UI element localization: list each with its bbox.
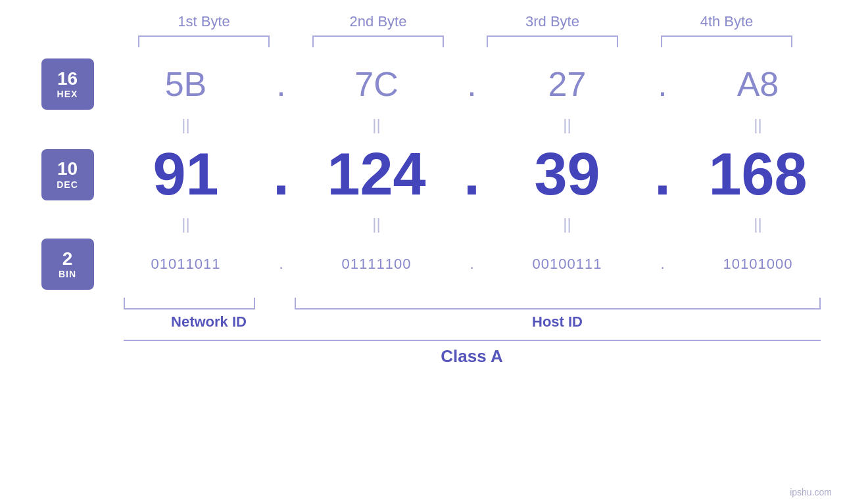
bin-row: 2 BIN 01011011 . 01111100 . 00100111 . 1… <box>25 233 834 295</box>
eq-row-1: || || || || <box>25 116 834 134</box>
eq-row-2: || || || || <box>25 215 834 233</box>
dot-dec-1: . <box>262 141 301 208</box>
dot-bin-2: . <box>452 256 492 273</box>
bin-value-3: 00100111 <box>492 244 643 285</box>
bracket-top-3 <box>487 35 618 47</box>
dec-row: 10 DEC 91 . 124 . 39 . 168 <box>25 134 834 215</box>
eq-1-3: || <box>492 116 643 134</box>
hex-row: 16 HEX 5B . 7C . 27 . A8 <box>25 53 834 116</box>
bin-value-4: 10101000 <box>683 244 834 285</box>
byte-header-1: 1st Byte <box>128 13 279 30</box>
bracket-bot-network <box>124 298 255 309</box>
bracket-bot-host <box>295 298 821 309</box>
bracket-top-4 <box>661 35 792 47</box>
top-brackets <box>117 35 814 47</box>
class-section: Class A <box>124 340 821 372</box>
hex-base-label: 16 HEX <box>41 58 94 110</box>
bracket-gap <box>255 298 295 309</box>
eq-2-1: || <box>110 215 262 233</box>
bracket-top-2 <box>312 35 444 47</box>
dot-hex-1: . <box>262 64 301 104</box>
byte-header-4: 4th Byte <box>651 13 802 30</box>
dec-value-1: 91 <box>110 134 262 215</box>
byte-headers-row: 1st Byte 2nd Byte 3rd Byte 4th Byte <box>117 13 814 30</box>
bin-value-2: 01111100 <box>301 244 452 285</box>
hex-value-4: A8 <box>683 53 834 116</box>
dot-bin-1: . <box>262 256 301 273</box>
dot-dec-2: . <box>452 141 492 208</box>
watermark: ipshu.com <box>790 487 832 497</box>
host-id-label: Host ID <box>295 313 821 331</box>
hex-value-2: 7C <box>301 53 452 116</box>
dec-value-3: 39 <box>492 134 643 215</box>
bin-value-1: 01011011 <box>110 244 262 285</box>
eq-1-4: || <box>683 116 834 134</box>
id-labels-row: Network ID Host ID <box>124 313 821 331</box>
bracket-top-1 <box>138 35 270 47</box>
eq-2-2: || <box>301 215 452 233</box>
class-label: Class A <box>124 341 821 372</box>
hex-value-3: 27 <box>492 53 643 116</box>
dec-base-label: 10 DEC <box>41 149 94 200</box>
dec-value-2: 124 <box>301 134 452 215</box>
eq-2-4: || <box>683 215 834 233</box>
eq-1-1: || <box>110 116 262 134</box>
eq-2-3: || <box>492 215 643 233</box>
main-container: 1st Byte 2nd Byte 3rd Byte 4th Byte 16 H… <box>0 0 845 504</box>
bin-base-label: 2 BIN <box>41 239 94 290</box>
bottom-brackets <box>124 298 821 309</box>
eq-1-2: || <box>301 116 452 134</box>
bottom-brackets-section: Network ID Host ID <box>124 298 821 331</box>
dec-value-4: 168 <box>683 134 834 215</box>
network-id-label: Network ID <box>124 313 295 331</box>
dot-dec-3: . <box>643 141 683 208</box>
dot-hex-3: . <box>643 64 683 104</box>
byte-header-2: 2nd Byte <box>302 13 454 30</box>
dot-bin-3: . <box>643 256 683 273</box>
dot-hex-2: . <box>452 64 492 104</box>
byte-header-3: 3rd Byte <box>477 13 628 30</box>
hex-value-1: 5B <box>110 53 262 116</box>
